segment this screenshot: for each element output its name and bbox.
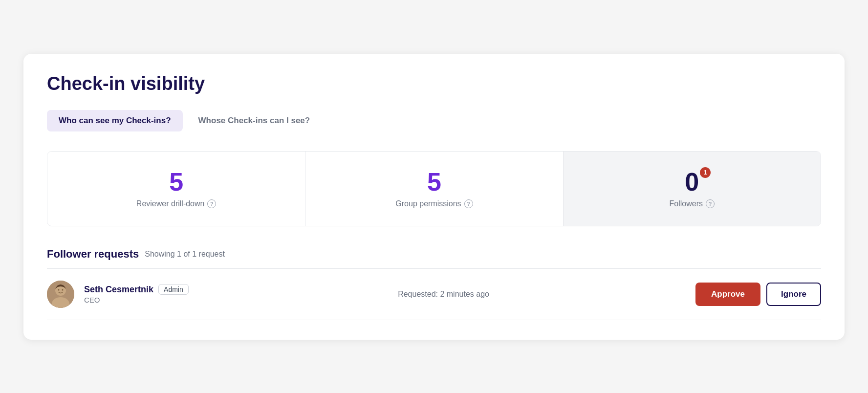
role-badge: Admin <box>158 284 189 295</box>
svg-point-4 <box>62 289 64 290</box>
stat-label-reviewer: Reviewer drill-down ? <box>136 199 217 208</box>
stat-number-group: 5 <box>427 169 441 195</box>
follower-requests-title: Follower requests <box>47 248 139 261</box>
user-title: CEO <box>84 296 192 304</box>
user-info: Seth Cesmertnik Admin CEO <box>84 284 192 304</box>
followers-badge: 1 <box>700 167 711 178</box>
stat-number-reviewer: 5 <box>169 169 183 195</box>
stat-number-wrapper-group: 5 <box>427 169 441 195</box>
avatar <box>47 281 74 308</box>
stats-grid: 5 Reviewer drill-down ? 5 Group permissi… <box>47 151 821 226</box>
svg-point-3 <box>58 289 60 290</box>
table-row: Seth Cesmertnik Admin CEO Requested: 2 m… <box>47 269 821 320</box>
action-buttons: Approve Ignore <box>695 283 821 306</box>
help-icon-reviewer[interactable]: ? <box>207 199 216 208</box>
help-icon-group[interactable]: ? <box>464 199 473 208</box>
stat-cell-followers: 0 1 Followers ? <box>563 152 821 226</box>
stat-label-group: Group permissions ? <box>395 199 473 208</box>
help-icon-followers[interactable]: ? <box>706 199 715 208</box>
follower-requests-subtitle: Showing 1 of 1 request <box>145 250 225 259</box>
user-name-row: Seth Cesmertnik Admin <box>84 284 192 295</box>
approve-button[interactable]: Approve <box>695 283 760 306</box>
tab-my-checkins[interactable]: Who can see my Check-ins? <box>47 110 183 131</box>
follower-requests-header: Follower requests Showing 1 of 1 request <box>47 248 821 261</box>
user-name: Seth Cesmertnik <box>84 284 153 295</box>
tab-bar: Who can see my Check-ins? Whose Check-in… <box>47 110 821 131</box>
stat-number-followers: 0 <box>685 169 699 195</box>
page-title: Check-in visibility <box>47 73 821 94</box>
request-time: Requested: 2 minutes ago <box>201 290 686 299</box>
stat-cell-reviewer-drilldown: 5 Reviewer drill-down ? <box>47 152 305 226</box>
main-card: Check-in visibility Who can see my Check… <box>23 54 845 340</box>
tab-whose-checkins[interactable]: Whose Check-ins can I see? <box>187 110 322 131</box>
stat-number-wrapper-followers: 0 1 <box>685 169 699 195</box>
stat-label-followers: Followers ? <box>670 199 715 208</box>
stat-cell-group-permissions: 5 Group permissions ? <box>305 152 563 226</box>
ignore-button[interactable]: Ignore <box>766 283 821 306</box>
stat-number-wrapper-reviewer: 5 <box>169 169 183 195</box>
